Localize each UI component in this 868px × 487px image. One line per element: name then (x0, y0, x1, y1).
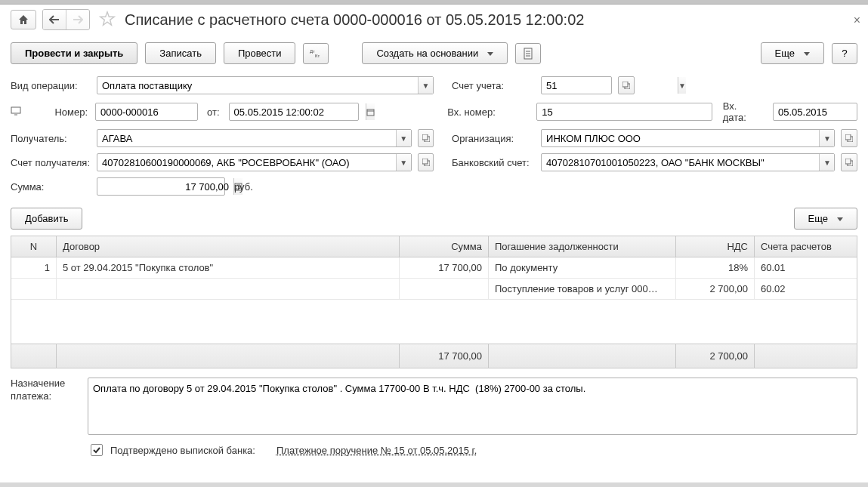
open-icon[interactable] (841, 129, 857, 147)
dropdown-icon[interactable]: ▼ (819, 154, 834, 171)
svg-rect-15 (422, 159, 428, 164)
recipient-label: Получатель: (11, 133, 92, 144)
col-accounts[interactable]: Счета расчетов (755, 236, 857, 257)
help-button[interactable]: ? (832, 43, 857, 64)
open-icon[interactable] (418, 129, 434, 147)
post-and-close-button[interactable]: Провести и закрыть (11, 42, 137, 64)
recipient-account-label: Счет получателя: (11, 157, 92, 168)
favorite-icon[interactable] (96, 11, 119, 29)
open-icon[interactable] (841, 153, 857, 171)
col-vat[interactable]: НДС (676, 236, 755, 257)
in-number-input[interactable] (537, 103, 712, 120)
forward-button[interactable] (66, 10, 89, 29)
close-icon[interactable]: × (854, 14, 860, 27)
svg-rect-16 (845, 159, 851, 164)
account-label: Счет учета: (452, 80, 536, 91)
dropdown-icon[interactable]: ▼ (819, 130, 834, 146)
from-label: от: (202, 106, 224, 118)
col-sum[interactable]: Сумма (400, 236, 489, 257)
save-button[interactable]: Записать (145, 42, 216, 64)
table-row[interactable]: Поступление товаров и услуг 000… 2 700,0… (11, 279, 857, 300)
account-input[interactable] (542, 77, 678, 94)
payment-grid: N Договор Сумма Погашение задолженности … (11, 236, 857, 368)
open-icon[interactable] (418, 153, 434, 171)
sum-label: Сумма: (11, 181, 92, 193)
organization-input[interactable] (542, 130, 819, 146)
svg-text:Кт: Кт (315, 54, 320, 58)
dtct-button[interactable]: ДтКт (303, 43, 329, 64)
col-contract[interactable]: Договор (57, 236, 400, 257)
number-label: Номер: (26, 106, 91, 118)
svg-rect-13 (422, 134, 428, 140)
svg-text:Дт: Дт (310, 49, 315, 54)
confirmed-checkbox[interactable] (91, 444, 103, 456)
col-n[interactable]: N (11, 236, 57, 257)
screen-icon (11, 106, 21, 118)
page-title: Списание с расчетного счета 0000-000016 … (125, 11, 584, 29)
open-icon[interactable] (618, 76, 635, 94)
dropdown-icon[interactable]: ▼ (678, 77, 686, 94)
op-type-input[interactable] (97, 77, 418, 94)
dropdown-icon[interactable]: ▼ (396, 154, 411, 171)
svg-rect-6 (622, 82, 628, 87)
col-debt[interactable]: Погашение задолженности (489, 236, 676, 257)
organization-label: Организация: (452, 133, 536, 144)
confirmed-label: Подтверждено выпиской банка: (110, 445, 255, 456)
create-based-button[interactable]: Создать на основании (362, 42, 508, 64)
more-button[interactable]: Еще (761, 42, 824, 64)
post-button[interactable]: Провести (224, 42, 296, 64)
document-icon-button[interactable] (515, 43, 541, 64)
table-row[interactable]: 1 5 от 29.04.2015 "Покупка столов" 17 70… (11, 257, 857, 279)
svg-rect-14 (845, 134, 851, 140)
date-input[interactable] (230, 103, 366, 120)
home-button[interactable] (11, 10, 36, 29)
dropdown-icon[interactable]: ▼ (396, 130, 411, 146)
dropdown-icon[interactable]: ▼ (418, 77, 433, 94)
currency-label: руб. (230, 181, 253, 193)
payment-order-link[interactable]: Платежное поручение № 15 от 05.05.2015 г… (276, 445, 477, 456)
purpose-input[interactable] (88, 378, 857, 435)
back-button[interactable] (43, 10, 66, 29)
recipient-account-input[interactable] (97, 154, 396, 171)
in-date-input[interactable] (774, 103, 868, 120)
recipient-input[interactable] (97, 130, 396, 146)
bank-account-input[interactable] (542, 154, 819, 171)
bank-account-label: Банковский счет: (452, 157, 536, 168)
svg-rect-9 (367, 109, 374, 116)
sum-input[interactable] (97, 178, 233, 195)
in-number-label: Вх. номер: (447, 106, 532, 118)
svg-rect-7 (11, 107, 20, 113)
in-date-label: Вх. дата: (717, 100, 768, 123)
op-type-label: Вид операции: (11, 80, 92, 91)
table-more-button[interactable]: Еще (794, 208, 857, 230)
calendar-icon[interactable] (366, 103, 375, 120)
add-row-button[interactable]: Добавить (11, 208, 82, 230)
purpose-label: Назначение платежа: (11, 378, 79, 435)
